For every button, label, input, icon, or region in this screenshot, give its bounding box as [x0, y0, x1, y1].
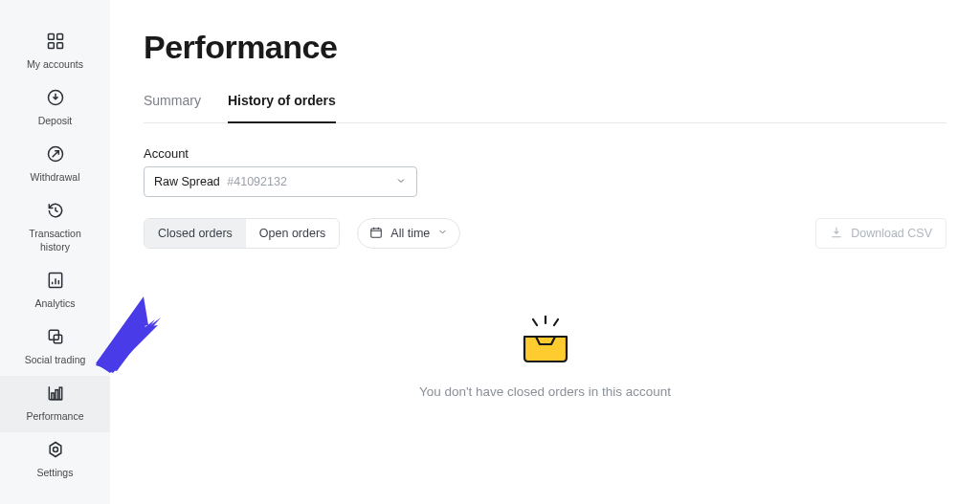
- tabs: Summary History of orders: [144, 93, 947, 123]
- sidebar-item-label: Deposit: [38, 115, 73, 127]
- svg-rect-11: [59, 387, 61, 400]
- withdrawal-icon: [46, 144, 65, 167]
- social-trading-icon: [46, 327, 65, 350]
- tab-history-of-orders[interactable]: History of orders: [228, 93, 336, 123]
- svg-line-16: [533, 319, 537, 325]
- svg-rect-9: [51, 393, 54, 400]
- main-content: Performance Summary History of orders Ac…: [110, 0, 980, 504]
- sidebar-item-label: Settings: [37, 467, 74, 479]
- empty-state: You don't have closed orders in this acc…: [144, 316, 947, 399]
- empty-message: You don't have closed orders in this acc…: [419, 384, 671, 399]
- chevron-down-icon: [395, 175, 407, 189]
- svg-rect-2: [56, 34, 62, 40]
- sidebar-item-social-trading[interactable]: Social trading: [0, 319, 110, 376]
- time-range-pill[interactable]: All time: [357, 218, 460, 249]
- svg-rect-0: [48, 34, 54, 40]
- svg-line-17: [554, 319, 558, 325]
- order-status-segmented: Closed orders Open orders: [144, 218, 340, 249]
- account-select[interactable]: Raw Spread #41092132: [144, 166, 417, 197]
- sidebar-item-settings[interactable]: Settings: [0, 432, 110, 489]
- download-icon: [830, 226, 843, 242]
- controls-row: Closed orders Open orders All time: [144, 218, 947, 249]
- download-csv-label: Download CSV: [851, 227, 932, 240]
- sidebar-item-label: Transaction history: [29, 228, 80, 252]
- sidebar-item-withdrawal[interactable]: Withdrawal: [0, 137, 110, 193]
- svg-rect-10: [56, 390, 58, 400]
- calendar-icon: [369, 226, 383, 242]
- sidebar-item-analytics[interactable]: Analytics: [0, 263, 110, 319]
- tab-summary[interactable]: Summary: [144, 93, 201, 123]
- segment-closed-orders[interactable]: Closed orders: [145, 219, 246, 248]
- svg-point-13: [53, 448, 57, 452]
- sidebar-item-transaction-history[interactable]: Transaction history: [0, 193, 110, 262]
- performance-icon: [46, 383, 65, 406]
- chevron-down-icon: [437, 227, 448, 240]
- account-field-label: Account: [144, 146, 947, 161]
- sidebar-item-label: Performance: [26, 410, 83, 423]
- svg-rect-3: [56, 43, 62, 49]
- sidebar-item-performance[interactable]: Performance: [0, 376, 110, 432]
- svg-marker-12: [50, 443, 61, 457]
- sidebar-item-label: Analytics: [34, 297, 75, 310]
- page-title: Performance: [144, 29, 947, 66]
- svg-rect-1: [48, 43, 54, 49]
- analytics-icon: [46, 271, 65, 294]
- sidebar-item-my-accounts[interactable]: My accounts: [0, 24, 110, 80]
- sidebar-item-label: My accounts: [27, 58, 83, 71]
- deposit-icon: [46, 88, 65, 111]
- sidebar-item-label: Social trading: [25, 354, 86, 366]
- svg-rect-14: [371, 228, 382, 236]
- segment-open-orders[interactable]: Open orders: [246, 219, 339, 248]
- gear-icon: [46, 440, 65, 463]
- empty-inbox-icon: [517, 316, 574, 369]
- account-type: Raw Spread: [154, 175, 220, 188]
- sidebar-item-label: Withdrawal: [31, 171, 80, 184]
- history-icon: [46, 201, 65, 224]
- accounts-icon: [46, 32, 65, 55]
- time-range-label: All time: [390, 227, 430, 240]
- download-csv-button[interactable]: Download CSV: [815, 218, 947, 249]
- account-id: #41092132: [227, 175, 287, 188]
- sidebar: My accounts Deposit Withdrawal: [0, 0, 110, 504]
- sidebar-item-deposit[interactable]: Deposit: [0, 80, 110, 137]
